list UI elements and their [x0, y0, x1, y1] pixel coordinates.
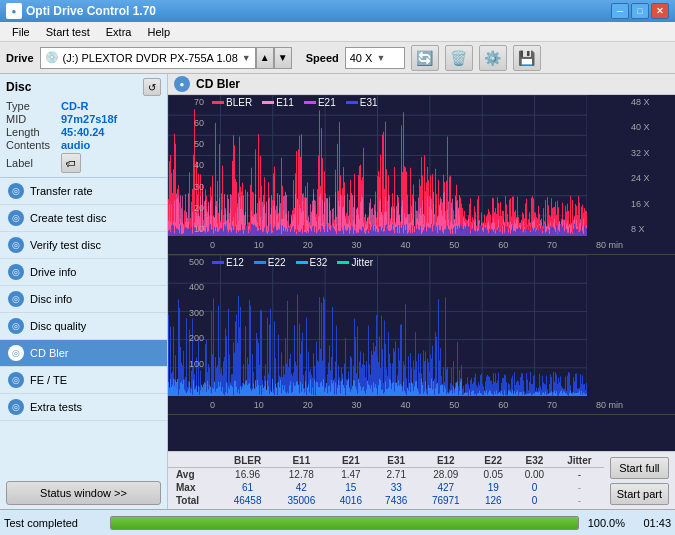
- sidebar-item-label: FE / TE: [30, 374, 67, 386]
- verify-test-disc-icon: ◎: [8, 237, 24, 253]
- stats-total-label: Total: [168, 494, 221, 507]
- minimize-button[interactable]: ─: [611, 3, 629, 19]
- drive-up-button[interactable]: ▲: [256, 47, 274, 69]
- status-window-button[interactable]: Status window >>: [6, 481, 161, 505]
- stats-table: BLER E11 E21 E31 E12 E22 E32 Jitter Avg: [168, 454, 604, 507]
- disc-mid-label: MID: [6, 113, 61, 125]
- erase-button[interactable]: 🗑️: [445, 45, 473, 71]
- stats-header-e22: E22: [473, 454, 514, 468]
- top-y-axis-right: 48 X 40 X 32 X 24 X 16 X 8 X: [627, 95, 675, 236]
- menu-bar: File Start test Extra Help: [0, 22, 675, 42]
- top-chart-canvas: [168, 95, 587, 236]
- disc-length-row: Length 45:40.24: [6, 126, 161, 138]
- disc-length-value: 45:40.24: [61, 126, 104, 138]
- e12-color: [212, 261, 224, 264]
- stats-avg-label: Avg: [168, 468, 221, 482]
- bottom-chart-canvas: [168, 255, 587, 396]
- save-button[interactable]: 💾: [513, 45, 541, 71]
- stats-total-e22: 126: [473, 494, 514, 507]
- stats-avg-e12: 28.09: [419, 468, 473, 482]
- sidebar-item-verify-test-disc[interactable]: ◎ Verify test disc: [0, 232, 167, 259]
- menu-file[interactable]: File: [4, 24, 38, 40]
- start-full-button[interactable]: Start full: [610, 457, 669, 479]
- chart-header: ● CD Bler: [168, 74, 675, 95]
- stats-max-e11: 42: [274, 481, 328, 494]
- sidebar-item-fe-te[interactable]: ◎ FE / TE: [0, 367, 167, 394]
- menu-help[interactable]: Help: [139, 24, 178, 40]
- disc-mid-value: 97m27s18f: [61, 113, 117, 125]
- disc-contents-value: audio: [61, 139, 90, 151]
- progress-bar-fill: [111, 517, 578, 529]
- sidebar-item-transfer-rate[interactable]: ◎ Transfer rate: [0, 178, 167, 205]
- disc-type-value: CD-R: [61, 100, 89, 112]
- stats-max-e32: 0: [514, 481, 555, 494]
- drive-down-button[interactable]: ▼: [274, 47, 292, 69]
- bler-color: [212, 101, 224, 104]
- disc-type-row: Type CD-R: [6, 100, 161, 112]
- sidebar-item-extra-tests[interactable]: ◎ Extra tests: [0, 394, 167, 421]
- window-title: Opti Drive Control 1.70: [26, 4, 611, 18]
- stats-avg-e32: 0.00: [514, 468, 555, 482]
- stats-total-row: Total 46458 35006 4016 7436 76971 126 0 …: [168, 494, 604, 507]
- legend-jitter: Jitter: [337, 257, 373, 268]
- top-y-axis-left: 70 60 50 40 30 20 10: [168, 95, 206, 236]
- stats-header-e31: E31: [374, 454, 419, 468]
- stats-header-bler: BLER: [221, 454, 275, 468]
- stats-avg-e31: 2.71: [374, 468, 419, 482]
- e31-color: [346, 101, 358, 104]
- bottom-chart: E12 E22 E32 Jitter: [168, 255, 675, 415]
- settings-button[interactable]: ⚙️: [479, 45, 507, 71]
- stats-total-e31: 7436: [374, 494, 419, 507]
- stats-total-jitter: -: [555, 494, 604, 507]
- drive-label: Drive: [6, 52, 34, 64]
- stats-header-e21: E21: [328, 454, 373, 468]
- disc-refresh-button[interactable]: ↺: [143, 78, 161, 96]
- create-test-disc-icon: ◎: [8, 210, 24, 226]
- legend-e22: E22: [254, 257, 286, 268]
- drive-select[interactable]: 💿 (J:) PLEXTOR DVDR PX-755A 1.08 ▼: [40, 47, 256, 69]
- legend-bler: BLER: [212, 97, 252, 108]
- sidebar-item-drive-info[interactable]: ◎ Drive info: [0, 259, 167, 286]
- e32-color: [296, 261, 308, 264]
- menu-extra[interactable]: Extra: [98, 24, 140, 40]
- stats-header-e12: E12: [419, 454, 473, 468]
- stats-total-bler: 46458: [221, 494, 275, 507]
- legend-e32: E32: [296, 257, 328, 268]
- window-controls[interactable]: ─ □ ✕: [611, 3, 669, 19]
- stats-max-e22: 19: [473, 481, 514, 494]
- start-part-button[interactable]: Start part: [610, 483, 669, 505]
- close-button[interactable]: ✕: [651, 3, 669, 19]
- main-area: Disc ↺ Type CD-R MID 97m27s18f Length 45…: [0, 74, 675, 509]
- sidebar-item-disc-quality[interactable]: ◎ Disc quality: [0, 313, 167, 340]
- sidebar-item-disc-info[interactable]: ◎ Disc info: [0, 286, 167, 313]
- stats-max-jitter: -: [555, 481, 604, 494]
- sidebar-item-cd-bler[interactable]: ◎ CD Bler: [0, 340, 167, 367]
- bottom-chart-legend: E12 E22 E32 Jitter: [212, 257, 373, 268]
- sidebar: Disc ↺ Type CD-R MID 97m27s18f Length 45…: [0, 74, 168, 509]
- refresh-button[interactable]: 🔄: [411, 45, 439, 71]
- sidebar-item-label: Disc quality: [30, 320, 86, 332]
- menu-start-test[interactable]: Start test: [38, 24, 98, 40]
- sidebar-item-label: Drive info: [30, 266, 76, 278]
- sidebar-item-create-test-disc[interactable]: ◎ Create test disc: [0, 205, 167, 232]
- disc-panel-header: Disc ↺: [6, 78, 161, 96]
- disc-label-icon-button[interactable]: 🏷: [61, 153, 81, 173]
- sidebar-item-label: Create test disc: [30, 212, 106, 224]
- e31-label: E31: [360, 97, 378, 108]
- stats-max-bler: 61: [221, 481, 275, 494]
- e21-color: [304, 101, 316, 104]
- transfer-rate-icon: ◎: [8, 183, 24, 199]
- stats-max-row: Max 61 42 15 33 427 19 0 -: [168, 481, 604, 494]
- sidebar-item-label: CD Bler: [30, 347, 69, 359]
- maximize-button[interactable]: □: [631, 3, 649, 19]
- disc-panel: Disc ↺ Type CD-R MID 97m27s18f Length 45…: [0, 74, 167, 178]
- stats-max-e21: 15: [328, 481, 373, 494]
- drive-info-icon: ◎: [8, 264, 24, 280]
- progress-percentage: 100.0%: [585, 517, 625, 529]
- stats-avg-jitter: -: [555, 468, 604, 482]
- chart-disc-icon: ●: [174, 76, 190, 92]
- disc-quality-icon: ◎: [8, 318, 24, 334]
- speed-select[interactable]: 40 X ▼: [345, 47, 405, 69]
- sidebar-item-label: Disc info: [30, 293, 72, 305]
- legend-e31: E31: [346, 97, 378, 108]
